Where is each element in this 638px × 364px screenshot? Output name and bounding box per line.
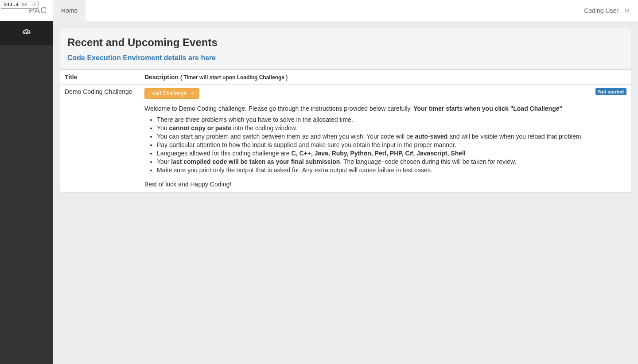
intro-bold: Your timer starts when you click "Load C… [413,105,562,112]
list-item: You can start any problem and switch bet… [157,132,626,141]
li4-pre: Languages allowed for this coding challe… [157,150,292,157]
outro-paragraph: Best of luck and Happy Coding! [144,180,626,189]
list-item: Make sure you print only the output that… [157,166,626,174]
table-row: Demo Coding Challenge Not started Load C… [60,85,631,192]
status-badge: Not started [595,88,626,95]
svg-point-1 [24,32,24,32]
perf-badge: 511.4 ms ×2 [1,1,39,9]
load-challenge-label: Load Challenge [149,90,187,97]
list-item: There are three problems which you have … [157,116,626,124]
svg-point-3 [27,31,28,31]
list-item: You cannot copy or paste into the coding… [157,124,626,132]
intro-paragraph: Welcome to Demo Coding challenge. Please… [144,104,626,113]
li4-bold: C, C++, Java, Ruby, Python, Perl, PHP, C… [292,150,466,157]
li2-post: and will be visible when you reload that… [447,133,583,140]
li2-bold: auto-saved [415,133,447,140]
li5-pre: Your [157,158,171,165]
nav-right: Coding User [584,0,638,21]
arrow-right-icon [190,91,195,96]
col-title-label: Title [65,74,78,81]
svg-point-2 [25,31,26,31]
challenge-desc-cell: Not started Load Challenge Welcome to De… [140,85,631,192]
sidebar-item-dashboard[interactable] [0,21,53,45]
col-title-header: Title [60,70,140,85]
list-item: Your last compiled code will be taken as… [157,158,626,166]
nav-home-label: Home [61,7,78,14]
events-title: Recent and Upcoming Events [67,36,624,49]
li1-post: into the coding window. [231,124,297,132]
intro-text: Welcome to Demo Coding challenge. Please… [144,105,413,112]
events-panel: Recent and Upcoming Events Code Executio… [60,28,631,193]
instruction-list: There are three problems which you have … [157,116,626,174]
perf-unit: ms [22,2,27,8]
dashboard-icon [22,28,31,39]
col-desc-label: Description [144,74,179,81]
li1-pre: You [157,124,169,132]
li5-post: . The language+code chosen during this w… [340,158,516,165]
env-details-link[interactable]: Code Execution Enviroment details are he… [67,54,216,62]
content-wrap: Recent and Upcoming Events Code Executio… [53,21,638,199]
list-item: Languages allowed for this coding challe… [157,149,626,158]
li5-bold: last compiled code will be taken as your… [171,158,340,165]
load-challenge-button[interactable]: Load Challenge [144,88,199,99]
col-desc-sub: ( Timer will start upon Loading Challeng… [180,74,288,81]
user-label[interactable]: Coding User [584,7,619,14]
main-area: Recent and Upcoming Events Code Executio… [53,0,638,364]
perf-ms: 511.4 [4,2,19,8]
nav-home[interactable]: Home [53,0,86,21]
nav-left: Home [53,0,86,21]
power-icon[interactable] [624,8,630,14]
top-navbar: PAC Home Coding User [0,0,638,21]
li2-pre: You can start any problem and switch bet… [157,133,415,140]
events-table: Title Description ( Timer will start upo… [60,70,631,192]
svg-point-4 [29,32,29,32]
challenge-title: Demo Coding Challenge [65,88,132,95]
challenge-title-cell: Demo Coding Challenge [60,85,140,192]
col-desc-header: Description ( Timer will start upon Load… [140,70,631,85]
left-sidebar [0,21,53,364]
li1-bold: cannot copy or paste [169,124,232,132]
events-panel-heading: Recent and Upcoming Events Code Executio… [60,28,631,70]
perf-mult: ×2 [31,3,36,7]
list-item: Pay particular attention to how the inpu… [157,141,626,149]
challenge-description: Welcome to Demo Coding challenge. Please… [144,104,626,189]
